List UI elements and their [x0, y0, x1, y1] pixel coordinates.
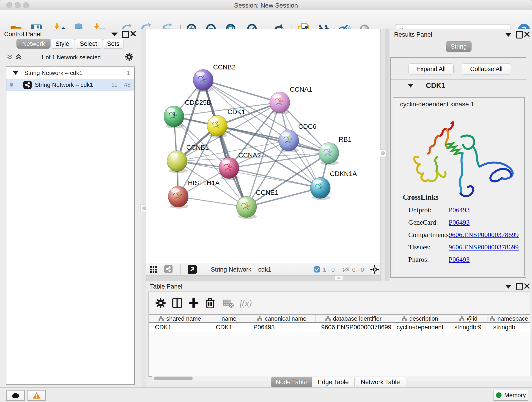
column-header-canonical-name[interactable]: canonical name	[248, 315, 316, 322]
float-panel-icon[interactable]	[505, 285, 512, 288]
node-CDC25B[interactable]: CDC25B	[164, 99, 211, 128]
toolbar-separator	[180, 264, 181, 274]
toolbar-separator	[368, 264, 368, 274]
crosslink-link[interactable]: 9606.ENSP00000378699	[449, 243, 519, 251]
network-row[interactable]: String Network – cdk1 11 48	[6, 79, 134, 91]
grid-view-icon[interactable]	[150, 266, 157, 273]
network-view-title: String Network – cdk1	[211, 266, 271, 273]
column-type-icon	[257, 316, 262, 321]
node-HIST1H1A[interactable]: HIST1H1A	[168, 179, 220, 209]
hidden-eye-slash-icon	[342, 266, 350, 273]
gene-name: CDK1	[426, 82, 445, 90]
node-label-CDC6: CDC6	[298, 123, 317, 130]
maximize-panel-icon[interactable]	[516, 283, 523, 290]
cell-canonical-name[interactable]: P06493	[248, 323, 316, 332]
tab-network-table[interactable]: Network Table	[355, 377, 406, 387]
bottom-splitter-handle[interactable]	[335, 276, 343, 280]
maximize-panel-icon[interactable]	[516, 31, 523, 38]
create-column-plus-icon[interactable]	[188, 298, 199, 308]
node-label-CDC25B: CDC25B	[185, 99, 211, 106]
cell-name[interactable]: CDK1	[210, 323, 248, 332]
control-panel-title: Control Panel	[4, 31, 42, 38]
float-panel-icon[interactable]	[505, 33, 512, 37]
tab-network[interactable]: Network	[17, 39, 51, 49]
results-panel: Results Panel String Expand All Collapse…	[389, 29, 532, 281]
delete-column-trash-icon[interactable]	[205, 298, 215, 308]
cell-description[interactable]: cyclin-dependent ...	[391, 323, 449, 332]
delete-table-icon	[223, 298, 234, 308]
tab-style[interactable]: Style	[51, 39, 74, 49]
warning-icon	[32, 392, 41, 399]
column-header-namespace[interactable]: namespace	[488, 315, 530, 322]
crosslink-link[interactable]: 9606.ENSP00000378699	[449, 231, 519, 239]
birdseye-toggle-icon[interactable]	[188, 265, 197, 274]
hidden-counts: 0 - 0	[352, 266, 364, 274]
memory-status-dot	[496, 392, 501, 398]
close-panel-icon[interactable]	[524, 283, 530, 289]
network-status-dot	[10, 83, 13, 87]
show-columns-icon[interactable]	[172, 298, 182, 308]
column-header-shared-name[interactable]: shared name	[149, 315, 210, 322]
tab-node-table[interactable]: Node Table	[271, 377, 312, 387]
network-node-count: 11	[111, 81, 118, 89]
edge-HIST1H1A-CCNE1[interactable]	[178, 197, 247, 207]
network-share-icon[interactable]	[164, 265, 172, 273]
network-canvas[interactable]: CCNB2CCNA1CDC25BCDK1CDC6RB1CCNB1CCNA2CDK…	[146, 29, 380, 263]
crosslink-label: GeneCard:	[408, 218, 449, 226]
tab-select[interactable]: Select	[75, 39, 102, 49]
selected-counts: 1 - 0	[323, 266, 335, 274]
crosslink-link[interactable]: P06493	[449, 218, 470, 226]
crosslink-row: Tissues:9606.ENSP00000378699	[408, 241, 520, 253]
close-panel-icon[interactable]	[524, 31, 530, 37]
table-settings-gear-icon[interactable]	[155, 298, 166, 308]
close-panel-icon[interactable]	[130, 31, 136, 37]
column-type-icon	[325, 316, 331, 321]
gene-description: cyclin-dependent kinase 1	[400, 101, 474, 108]
column-type-icon	[402, 316, 407, 321]
network-view-toolbar: String Network – cdk1 1 - 0 0 - 0	[146, 263, 380, 275]
column-header-description[interactable]: description	[391, 315, 449, 322]
crosslinks-list: Uniprot:P06493GeneCard:P06493Compartment…	[408, 204, 520, 266]
tab-edge-table[interactable]: Edge Table	[312, 377, 355, 387]
edge-CCNA2-CDKN1A[interactable]	[229, 168, 320, 188]
collection-expand-icon[interactable]	[13, 71, 18, 75]
tab-string[interactable]: String	[446, 41, 472, 52]
crosslink-label: Tissues:	[408, 243, 449, 251]
maximize-panel-icon[interactable]	[122, 31, 129, 38]
column-header--id[interactable]: @id	[449, 315, 488, 322]
window-title: Session: New Session	[0, 2, 532, 9]
gear-icon[interactable]	[125, 53, 133, 61]
network-selection-status: 1 of 1 Network selected	[0, 54, 142, 61]
crosslink-row: GeneCard:P06493	[408, 216, 520, 229]
node-RB1[interactable]: RB1	[319, 136, 351, 165]
tab-sets[interactable]: Sets	[103, 39, 124, 49]
collapse-all-button[interactable]: Collapse All	[462, 64, 511, 75]
column-header-database-identifier[interactable]: database identifier	[316, 315, 391, 322]
crosslink-row: Compartments:9606.ENSP00000378699	[408, 229, 520, 241]
column-header-name[interactable]: name	[210, 315, 248, 322]
memory-button[interactable]: Memory	[494, 390, 528, 401]
cloud-button[interactable]	[6, 390, 25, 401]
node-CCNA1[interactable]: CCNA1	[270, 86, 312, 114]
right-splitter[interactable]	[380, 29, 385, 281]
crosslink-link[interactable]: P06493	[449, 206, 470, 214]
gene-expand-icon[interactable]	[408, 84, 413, 88]
expand-all-button[interactable]: Expand All	[408, 64, 454, 75]
float-panel-icon[interactable]	[111, 32, 118, 36]
crosslink-row: Pharos:P06493	[408, 253, 520, 266]
cell-namespace[interactable]: stringdb	[488, 323, 530, 332]
scrollbar-thumb[interactable]	[154, 376, 193, 380]
fit-crosshair-icon[interactable]	[370, 265, 380, 274]
warning-button[interactable]	[27, 390, 46, 401]
node-CDKN1A[interactable]: CDKN1A	[310, 170, 357, 200]
cell-database-identifier[interactable]: 9606.ENSP00000378699	[316, 323, 391, 332]
table-row[interactable]: CDK1CDK1P064939606.ENSP00000378699cyclin…	[149, 323, 530, 332]
cell-shared-name[interactable]: CDK1	[149, 323, 210, 332]
crosslink-link[interactable]: P06493	[449, 255, 470, 263]
node-label-CCNE1: CCNE1	[256, 189, 278, 196]
node-label-HIST1H1A: HIST1H1A	[188, 179, 220, 186]
edge-CCNB2-CCNA1[interactable]	[203, 80, 280, 102]
selected-nodes-checkbox[interactable]	[314, 266, 320, 273]
cell--id[interactable]: stringdb:9...	[449, 323, 488, 332]
network-collection-row[interactable]: String Network – cdk1 1	[6, 67, 134, 79]
